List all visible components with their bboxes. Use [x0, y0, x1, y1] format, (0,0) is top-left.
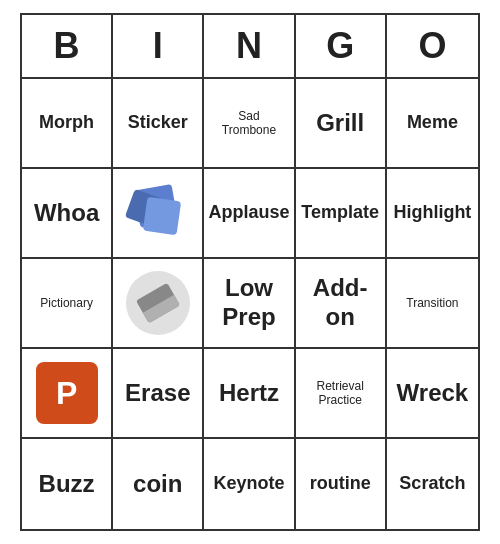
cell-text: Buzz: [39, 470, 95, 499]
cell-r1c1[interactable]: Morph: [22, 79, 113, 169]
header-o: O: [387, 15, 478, 77]
cell-r3c5[interactable]: Transition: [387, 259, 478, 349]
cell-r3c3[interactable]: Low Prep: [204, 259, 295, 349]
bingo-card: B I N G O Morph Sticker Sad Trombone Gri…: [20, 13, 480, 531]
cell-text: Wreck: [397, 379, 469, 408]
cell-r4c1[interactable]: P: [22, 349, 113, 439]
header-g: G: [296, 15, 387, 77]
cell-text: Scratch: [399, 473, 465, 495]
cell-r2c4[interactable]: Template: [296, 169, 387, 259]
cell-r1c5[interactable]: Meme: [387, 79, 478, 169]
cell-text: Pictionary: [40, 296, 93, 310]
bingo-grid: Morph Sticker Sad Trombone Grill Meme Wh…: [22, 79, 478, 529]
cell-r1c4[interactable]: Grill: [296, 79, 387, 169]
cell-r5c4[interactable]: routine: [296, 439, 387, 529]
cell-text: Sticker: [128, 112, 188, 134]
cell-r3c1[interactable]: Pictionary: [22, 259, 113, 349]
cell-r2c5[interactable]: Highlight: [387, 169, 478, 259]
cell-r4c3[interactable]: Hertz: [204, 349, 295, 439]
cell-r2c2[interactable]: [113, 169, 204, 259]
header-b: B: [22, 15, 113, 77]
header-n: N: [204, 15, 295, 77]
cell-text: Erase: [125, 379, 190, 408]
cell-text: Sad Trombone: [210, 109, 287, 138]
eraser-icon: [126, 271, 190, 335]
cell-text: Applause: [208, 202, 289, 224]
blue-shapes-icon: [123, 183, 193, 243]
cell-text: coin: [133, 470, 182, 499]
cell-r5c3[interactable]: Keynote: [204, 439, 295, 529]
cell-text: Morph: [39, 112, 94, 134]
cell-text: Transition: [406, 296, 458, 310]
cell-text: Highlight: [393, 202, 471, 224]
cell-text: Whoa: [34, 199, 99, 228]
cell-r4c4[interactable]: Retrieval Practice: [296, 349, 387, 439]
cell-r4c2[interactable]: Erase: [113, 349, 204, 439]
cell-text: Add-on: [302, 274, 379, 332]
bingo-header: B I N G O: [22, 15, 478, 79]
cell-r1c2[interactable]: Sticker: [113, 79, 204, 169]
cell-r2c3[interactable]: Applause: [204, 169, 295, 259]
cell-text: Keynote: [213, 473, 284, 495]
cell-text: routine: [310, 473, 371, 495]
cell-r5c2[interactable]: coin: [113, 439, 204, 529]
cell-text: Meme: [407, 112, 458, 134]
cell-text: Grill: [316, 109, 364, 138]
cell-text: Low Prep: [210, 274, 287, 332]
cell-text: Retrieval Practice: [302, 379, 379, 408]
cell-r4c5[interactable]: Wreck: [387, 349, 478, 439]
powerpoint-icon: P: [36, 362, 98, 424]
cell-r2c1[interactable]: Whoa: [22, 169, 113, 259]
cell-r5c5[interactable]: Scratch: [387, 439, 478, 529]
cell-r3c2[interactable]: [113, 259, 204, 349]
header-i: I: [113, 15, 204, 77]
cell-text: Hertz: [219, 379, 279, 408]
cell-r5c1[interactable]: Buzz: [22, 439, 113, 529]
cell-r3c4[interactable]: Add-on: [296, 259, 387, 349]
cell-r1c3[interactable]: Sad Trombone: [204, 79, 295, 169]
cell-text: Template: [301, 202, 379, 224]
